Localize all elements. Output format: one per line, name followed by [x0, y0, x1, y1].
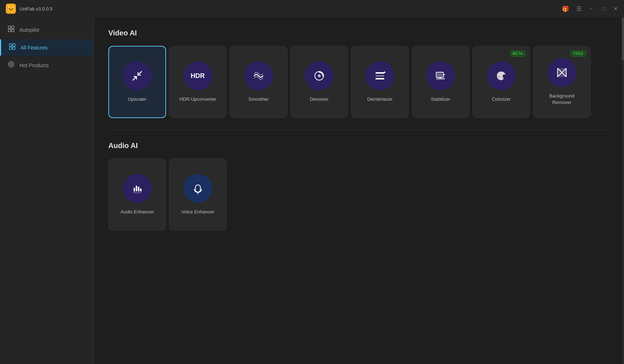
- audio1-svg: [131, 182, 144, 195]
- svg-rect-18: [437, 73, 443, 77]
- title-bar: 🐱 UniFab v3.0.0.5 🎁 ☰ − □ ✕: [0, 0, 624, 17]
- svg-rect-6: [9, 47, 12, 49]
- sidebar-item-autopilot[interactable]: Autopilot: [0, 22, 94, 38]
- bg-remover-label: Background Remover: [549, 93, 574, 106]
- deinterlacer-label: Deinterlacer: [367, 96, 393, 103]
- feature-card-denoiser[interactable]: Denoiser: [290, 46, 348, 118]
- video-ai-title: Video AI: [108, 29, 607, 37]
- svg-rect-5: [13, 44, 15, 46]
- audio-ai-grid: Audio Enhancer Voice Enhancer: [108, 159, 607, 231]
- upscaler-svg: [131, 69, 144, 82]
- app-icon: 🐱: [6, 4, 16, 14]
- bg-remover-icon-circle: [547, 58, 576, 87]
- main-layout: Autopilot All Features Hot Products: [0, 17, 624, 364]
- denoiser-label: Denoiser: [310, 96, 329, 103]
- svg-rect-31: [140, 188, 142, 191]
- svg-point-24: [502, 77, 503, 78]
- colorizer-label: Colorizer: [492, 96, 511, 103]
- denoiser-svg: [313, 69, 326, 82]
- title-bar-controls: 🎁 ☰ − □ ✕: [562, 5, 618, 12]
- svg-rect-13: [376, 72, 384, 74]
- colorizer-svg: [495, 69, 508, 82]
- hdr-icon-circle: HDR: [183, 61, 212, 90]
- svg-rect-7: [13, 47, 15, 49]
- title-bar-left: 🐱 UniFab v3.0.0.5: [6, 4, 53, 14]
- minimize-button[interactable]: −: [589, 6, 594, 11]
- svg-rect-2: [8, 29, 11, 32]
- stabilizer-icon-circle: [426, 61, 455, 90]
- svg-point-23: [500, 74, 501, 75]
- all-features-label: All Features: [21, 45, 48, 51]
- smoother-svg: [252, 69, 265, 82]
- svg-rect-28: [134, 188, 135, 191]
- audio-ai-section: Audio AI Audio Enhancer: [108, 142, 607, 231]
- bg-remover-badge: FREE: [571, 51, 586, 57]
- svg-point-9: [10, 63, 12, 65]
- svg-rect-30: [138, 187, 139, 191]
- svg-marker-16: [384, 71, 386, 73]
- autopilot-label: Autopilot: [20, 27, 39, 33]
- hot-products-svg: [8, 61, 15, 68]
- sidebar-item-hot-products[interactable]: Hot Products: [0, 57, 94, 73]
- svg-rect-14: [376, 75, 384, 77]
- audio1-icon-circle: [123, 174, 152, 203]
- audio2-svg: [191, 182, 204, 195]
- all-features-svg: [9, 43, 16, 50]
- svg-rect-15: [376, 78, 384, 79]
- hdr-label: HDR Upconverter: [179, 96, 217, 103]
- feature-card-upscaler[interactable]: Upscaler: [108, 46, 166, 118]
- svg-rect-0: [8, 26, 11, 29]
- video-ai-section: Video AI Upscaler HD: [108, 29, 607, 118]
- autopilot-icon: [7, 25, 15, 34]
- upscaler-icon-circle: [123, 61, 152, 90]
- smoother-icon-circle: [244, 61, 273, 90]
- feature-card-deinterlacer[interactable]: Deinterlacer: [351, 46, 409, 118]
- smoother-label: Smoother: [248, 96, 269, 103]
- video-ai-grid: Upscaler HDR HDR Upconverter: [108, 46, 607, 118]
- colorizer-icon-circle: [487, 61, 516, 90]
- deinterlacer-svg: [373, 69, 386, 82]
- audio2-label: Voice Enhancer: [181, 209, 214, 215]
- svg-text:HDR: HDR: [191, 72, 205, 79]
- feature-card-stabilizer[interactable]: Stabilizer: [412, 46, 469, 118]
- hot-products-label: Hot Products: [20, 62, 49, 68]
- section-divider: [108, 130, 607, 130]
- feature-card-audio1[interactable]: Audio Enhancer: [108, 159, 166, 231]
- app-icon-emoji: 🐱: [7, 5, 15, 13]
- autopilot-svg: [8, 25, 15, 32]
- svg-rect-3: [12, 29, 14, 32]
- svg-rect-4: [9, 44, 12, 46]
- audio1-label: Audio Enhancer: [121, 209, 154, 215]
- hot-products-icon: [7, 61, 15, 70]
- scrollbar-track[interactable]: [622, 17, 624, 364]
- all-features-icon: [8, 43, 16, 52]
- stabilizer-label: Stabilizer: [431, 96, 450, 103]
- deinterlacer-icon-circle: [365, 61, 394, 90]
- svg-point-22: [498, 76, 500, 77]
- svg-point-8: [9, 62, 14, 67]
- upscaler-label: Upscaler: [128, 96, 146, 103]
- scrollbar-thumb[interactable]: [622, 17, 624, 61]
- svg-rect-1: [12, 26, 14, 29]
- audio2-icon-circle: [183, 174, 212, 203]
- sidebar: Autopilot All Features Hot Products: [0, 17, 94, 364]
- app-title: UniFab v3.0.0.5: [20, 6, 53, 12]
- feature-card-audio2[interactable]: Voice Enhancer: [169, 159, 227, 231]
- close-button[interactable]: ✕: [613, 6, 618, 11]
- denoiser-icon-circle: [305, 61, 334, 90]
- feature-card-smoother[interactable]: Smoother: [230, 46, 287, 118]
- svg-rect-29: [136, 186, 137, 191]
- feature-card-hdr[interactable]: HDR HDR Upconverter: [169, 46, 227, 118]
- audio-ai-title: Audio AI: [108, 142, 607, 150]
- feature-card-colorizer[interactable]: BETA Colorizer: [472, 46, 530, 118]
- feature-card-bg-remover[interactable]: FREE Background Remover: [533, 46, 591, 118]
- bg-remover-svg: [555, 66, 568, 79]
- content-area: Video AI Upscaler HD: [94, 17, 622, 364]
- svg-point-12: [318, 74, 321, 77]
- maximize-button[interactable]: □: [601, 6, 606, 11]
- colorizer-badge: BETA: [510, 51, 525, 57]
- menu-icon[interactable]: ☰: [576, 5, 581, 12]
- gift-icon[interactable]: 🎁: [562, 5, 569, 12]
- hdr-svg: HDR: [191, 72, 205, 79]
- sidebar-item-all-features[interactable]: All Features: [0, 39, 94, 56]
